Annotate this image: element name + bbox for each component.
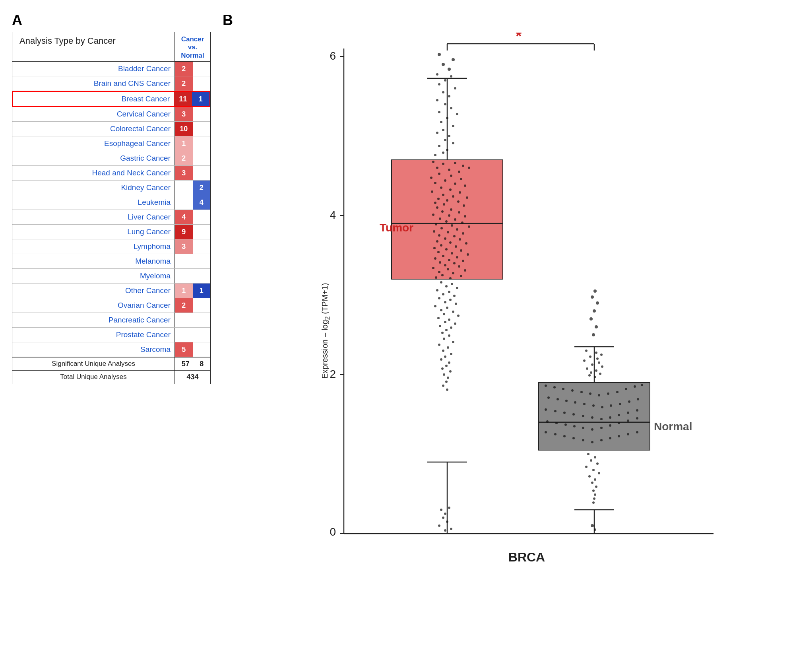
svg-point-83 — [464, 215, 466, 218]
svg-point-261 — [600, 439, 603, 441]
svg-point-228 — [601, 406, 603, 408]
panel-b-label: B — [223, 12, 779, 29]
svg-point-201 — [598, 361, 600, 364]
table-row: Sarcoma5 — [12, 342, 210, 357]
svg-point-266 — [587, 453, 589, 455]
table-title-block: Analysis Type by Cancer — [12, 32, 175, 49]
svg-point-56 — [450, 175, 452, 177]
svg-point-151 — [439, 325, 441, 327]
svg-point-241 — [618, 414, 620, 416]
svg-point-92 — [456, 228, 458, 231]
svg-point-207 — [599, 373, 601, 375]
svg-point-61 — [434, 182, 436, 184]
svg-point-131 — [445, 285, 448, 287]
value-cell-2 — [193, 76, 211, 91]
svg-point-214 — [580, 391, 583, 393]
svg-point-22 — [442, 63, 445, 66]
svg-point-33 — [450, 107, 452, 109]
table-row: Colorectal Cancer10 — [12, 122, 210, 136]
value-cell-2 — [193, 107, 211, 121]
svg-point-225 — [574, 401, 576, 404]
svg-point-222 — [547, 396, 550, 399]
svg-point-191 — [593, 309, 596, 313]
svg-point-264 — [627, 433, 629, 435]
svg-point-103 — [440, 244, 442, 247]
svg-point-41 — [448, 135, 450, 137]
svg-point-111 — [442, 255, 444, 257]
svg-point-217 — [607, 392, 609, 395]
svg-point-226 — [583, 403, 586, 405]
svg-point-89 — [451, 224, 453, 227]
svg-point-46 — [442, 151, 444, 154]
svg-point-169 — [447, 377, 449, 379]
table-row: Head and Neck Cancer3 — [12, 166, 210, 181]
svg-point-245 — [555, 422, 558, 424]
svg-point-113 — [434, 257, 436, 260]
svg-point-72 — [446, 199, 448, 202]
svg-point-278 — [594, 493, 596, 496]
svg-point-224 — [565, 400, 568, 402]
svg-point-125 — [441, 274, 444, 276]
value-cell-2 — [193, 122, 211, 136]
value-cell-2 — [193, 342, 211, 357]
svg-point-107 — [460, 249, 462, 252]
svg-point-282 — [594, 528, 596, 531]
svg-point-34 — [438, 111, 440, 113]
svg-point-180 — [444, 529, 446, 532]
footer-total-value: 434 — [175, 371, 210, 384]
svg-point-216 — [598, 394, 600, 396]
svg-point-218 — [616, 391, 619, 393]
table-rows: Bladder Cancer2Brain and CNS Cancer2Brea… — [12, 62, 210, 357]
svg-point-153 — [445, 329, 448, 331]
svg-point-114 — [448, 259, 450, 261]
svg-point-273 — [588, 475, 591, 478]
table-row: Lung Cancer9 — [12, 225, 210, 239]
value-cell-1 — [175, 269, 193, 283]
svg-point-118 — [444, 264, 446, 266]
svg-point-204 — [586, 367, 588, 370]
svg-point-133 — [436, 289, 438, 291]
svg-point-251 — [609, 424, 611, 427]
svg-point-96 — [438, 234, 440, 237]
table-row: Kidney Cancer2 — [12, 181, 210, 195]
column-header-cvn: Cancer vs. Normal — [175, 32, 210, 61]
svg-point-132 — [456, 287, 458, 289]
svg-point-202 — [591, 363, 593, 366]
svg-point-267 — [594, 456, 596, 458]
value-cell-1: 2 — [175, 298, 193, 313]
svg-point-270 — [585, 466, 588, 468]
svg-point-97 — [453, 235, 456, 237]
svg-point-240 — [609, 416, 611, 419]
svg-point-232 — [637, 398, 639, 400]
svg-point-121 — [447, 268, 449, 270]
svg-point-196 — [595, 352, 597, 354]
svg-point-82 — [448, 214, 450, 217]
value-cells: 2 — [175, 298, 210, 313]
value-cells: 2 — [175, 181, 210, 195]
value-cell-1 — [175, 313, 193, 327]
svg-point-168 — [443, 373, 445, 376]
svg-point-124 — [452, 272, 454, 274]
footer-sig-values: 57 8 — [175, 357, 210, 370]
cancer-name-cell: Cervical Cancer — [12, 107, 175, 121]
svg-point-62 — [454, 183, 456, 185]
table-row: Prostate Cancer — [12, 328, 210, 342]
svg-point-106 — [445, 248, 448, 251]
svg-point-161 — [450, 353, 452, 355]
svg-point-84 — [439, 218, 441, 220]
svg-point-52 — [436, 167, 438, 169]
svg-point-188 — [592, 333, 595, 336]
value-cells: 3 — [175, 166, 210, 180]
svg-point-28 — [454, 87, 456, 89]
svg-point-212 — [562, 388, 564, 390]
cancer-name-cell: Lung Cancer — [12, 225, 175, 239]
svg-point-74 — [457, 200, 460, 203]
svg-point-38 — [452, 125, 454, 127]
svg-point-137 — [438, 297, 440, 299]
value-cell-1: 3 — [175, 107, 193, 121]
cancer-name-cell: Myeloma — [12, 269, 175, 283]
svg-point-246 — [564, 423, 567, 426]
svg-point-44 — [438, 145, 440, 147]
cancer-name-cell: Leukemia — [12, 195, 175, 210]
svg-point-197 — [600, 353, 603, 356]
